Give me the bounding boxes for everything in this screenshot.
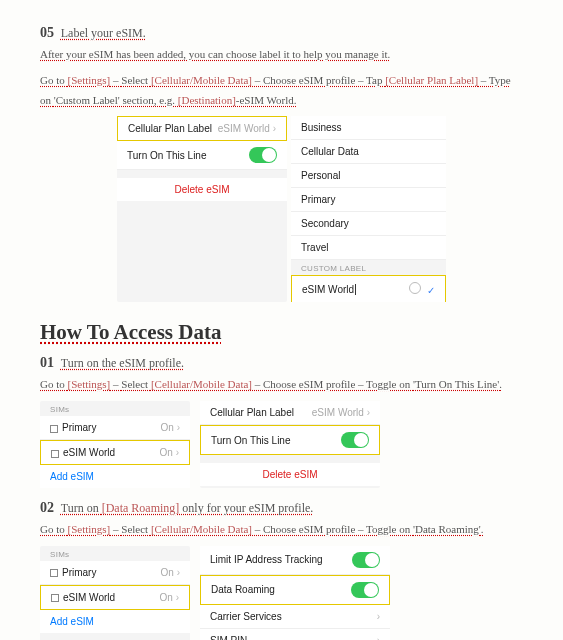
- label-option-secondary[interactable]: Secondary: [291, 212, 446, 236]
- clear-icon[interactable]: [409, 282, 421, 294]
- data-roaming-label: Data Roaming: [211, 584, 275, 595]
- check-icon[interactable]: ✓: [427, 285, 435, 296]
- turn-on-line-row: Turn On This Line: [117, 141, 287, 170]
- custom-label-input-row[interactable]: eSIM World ✓: [291, 275, 446, 302]
- custom-label-header: CUSTOM LABEL: [291, 260, 446, 275]
- add-esim-button[interactable]: Add eSIM: [40, 465, 190, 488]
- sim-primary-label: Primary: [50, 422, 96, 433]
- step-01-instr: Go to [Settings] – Select [Cellular/Mobi…: [40, 375, 523, 395]
- sim-primary-row[interactable]: Primary On ›: [40, 416, 190, 440]
- limit-ip-label: Limit IP Address Tracking: [210, 554, 323, 565]
- step-02-title: Turn on [Data Roaming] only for your eSI…: [61, 501, 314, 515]
- label-option-travel[interactable]: Travel: [291, 236, 446, 260]
- cellular-plan-label-value: eSIM World ›: [218, 123, 276, 134]
- custom-label-input: eSIM World: [302, 284, 356, 295]
- mock-01-right: Cellular Plan Label eSIM World › Turn On…: [200, 401, 380, 488]
- cellular-plan-label-value-2: eSIM World ›: [312, 407, 370, 418]
- sims-header: SIMs: [40, 401, 190, 416]
- sim-primary-label-2: Primary: [50, 567, 96, 578]
- step-05-title: Label your eSIM.: [61, 26, 146, 40]
- sim-esim-world-label: eSIM World: [51, 447, 115, 458]
- turn-on-toggle[interactable]: [249, 147, 277, 163]
- sim-primary-status: On ›: [161, 422, 180, 433]
- section-title: How To Access Data: [40, 320, 523, 345]
- checkbox-icon: [51, 594, 59, 602]
- step-05-header: 05 Label your eSIM.: [40, 25, 523, 41]
- label-option-cellular-data[interactable]: Cellular Data: [291, 140, 446, 164]
- step-02-header: 02 Turn on [Data Roaming] only for your …: [40, 500, 523, 516]
- delete-esim-button[interactable]: Delete eSIM: [117, 178, 287, 201]
- chevron-right-icon: ›: [176, 592, 179, 603]
- data-roaming-toggle[interactable]: [351, 582, 379, 598]
- mock-05-left: Cellular Plan Label eSIM World › Turn On…: [117, 116, 287, 302]
- step-01-num: 01: [40, 355, 54, 370]
- step-01-title: Turn on the eSIM profile.: [61, 356, 184, 370]
- turn-on-line-label: Turn On This Line: [127, 150, 206, 161]
- sim-pin-row[interactable]: SIM PIN ›: [200, 629, 390, 640]
- sim-esim-world-label-2: eSIM World: [51, 592, 115, 603]
- label-option-business[interactable]: Business: [291, 116, 446, 140]
- cellular-plan-label-row-2[interactable]: Cellular Plan Label eSIM World ›: [200, 401, 380, 425]
- data-roaming-row: Data Roaming: [200, 575, 390, 605]
- sim-primary-row-2[interactable]: Primary On ›: [40, 561, 190, 585]
- limit-ip-row: Limit IP Address Tracking: [200, 546, 390, 575]
- cellular-plan-label-row[interactable]: Cellular Plan Label eSIM World ›: [117, 116, 287, 141]
- limit-ip-toggle[interactable]: [352, 552, 380, 568]
- mock-05: Cellular Plan Label eSIM World › Turn On…: [40, 116, 523, 302]
- step-05-num: 05: [40, 25, 54, 40]
- sim-esim-world-status: On ›: [160, 447, 179, 458]
- mock-02-right: Limit IP Address Tracking Data Roaming C…: [200, 546, 390, 640]
- chevron-right-icon: ›: [177, 567, 180, 578]
- carrier-services-label: Carrier Services: [210, 611, 282, 622]
- carrier-services-row[interactable]: Carrier Services ›: [200, 605, 390, 629]
- chevron-right-icon: ›: [176, 447, 179, 458]
- add-esim-button-2[interactable]: Add eSIM: [40, 610, 190, 633]
- chevron-right-icon: ›: [273, 123, 276, 134]
- chevron-right-icon: ›: [177, 422, 180, 433]
- sim-esim-world-row[interactable]: eSIM World On ›: [40, 440, 190, 465]
- delete-esim-button-2[interactable]: Delete eSIM: [200, 463, 380, 486]
- sim-pin-label: SIM PIN: [210, 635, 247, 640]
- checkbox-icon: [50, 569, 58, 577]
- cellular-plan-label-text: Cellular Plan Label: [128, 123, 212, 134]
- chevron-right-icon: ›: [377, 611, 380, 622]
- checkbox-icon: [51, 450, 59, 458]
- turn-on-toggle-2[interactable]: [341, 432, 369, 448]
- mock-05-right: Business Cellular Data Personal Primary …: [291, 116, 446, 302]
- mock-02: SIMs Primary On › eSIM World On › Add eS…: [40, 546, 523, 640]
- mock-01: SIMs Primary On › eSIM World On › Add eS…: [40, 401, 523, 488]
- step-02-num: 02: [40, 500, 54, 515]
- turn-on-line-row-2: Turn On This Line: [200, 425, 380, 455]
- mock-02-left: SIMs Primary On › eSIM World On › Add eS…: [40, 546, 190, 640]
- turn-on-line-label-2: Turn On This Line: [211, 435, 290, 446]
- step-01-header: 01 Turn on the eSIM profile.: [40, 355, 523, 371]
- sim-esim-world-status-2: On ›: [160, 592, 179, 603]
- sim-primary-status-2: On ›: [161, 567, 180, 578]
- sims-header-2: SIMs: [40, 546, 190, 561]
- cellular-plan-label-text-2: Cellular Plan Label: [210, 407, 294, 418]
- sim-esim-world-row-2[interactable]: eSIM World On ›: [40, 585, 190, 610]
- checkbox-icon: [50, 425, 58, 433]
- label-option-primary[interactable]: Primary: [291, 188, 446, 212]
- step-05-instr-1: After your eSIM has been added, you can …: [40, 45, 523, 65]
- chevron-right-icon: ›: [377, 635, 380, 640]
- mock-01-left: SIMs Primary On › eSIM World On › Add eS…: [40, 401, 190, 488]
- step-02-instr: Go to [Settings] – Select [Cellular/Mobi…: [40, 520, 523, 540]
- chevron-right-icon: ›: [367, 407, 370, 418]
- label-option-personal[interactable]: Personal: [291, 164, 446, 188]
- confirm-controls: ✓: [409, 282, 435, 296]
- step-05-instr-2: Go to [Settings] – Select [Cellular/Mobi…: [40, 71, 523, 111]
